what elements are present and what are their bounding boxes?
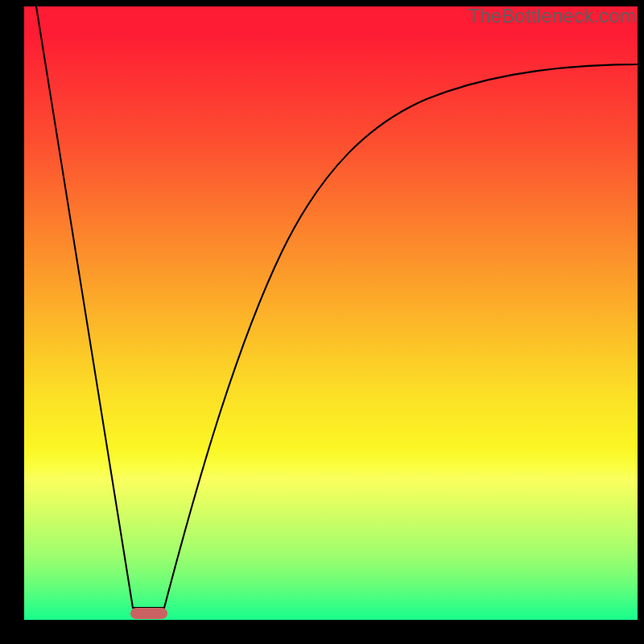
curve-path [36,6,638,608]
watermark-text: TheBottleneck.com [468,5,636,27]
chart-frame: TheBottleneck.com [0,0,644,644]
bottleneck-curve [24,6,638,620]
plot-area [24,6,638,620]
optimal-marker [130,608,167,619]
